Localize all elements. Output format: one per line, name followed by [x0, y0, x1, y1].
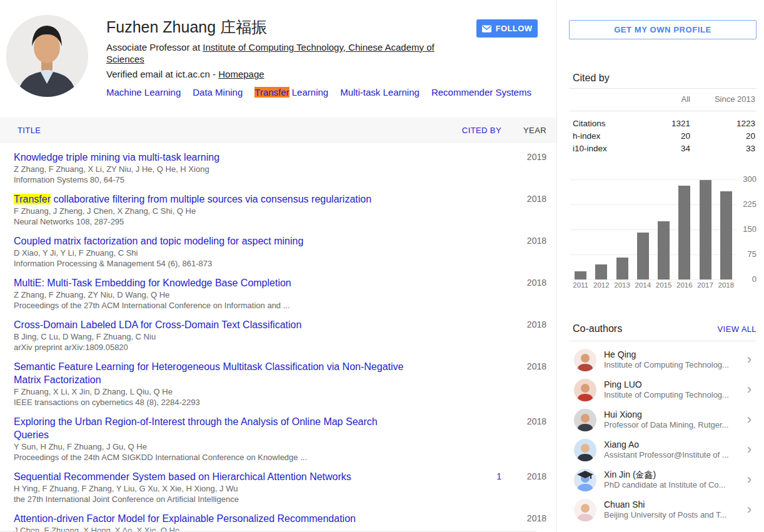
publication-title-link[interactable]: Semantic Feature Learning for Heterogene…: [14, 360, 414, 386]
publication-title-link[interactable]: Coupled matrix factorization and topic m…: [14, 234, 414, 248]
chevron-right-icon[interactable]: ›: [747, 350, 751, 369]
coauthor-affiliation: Assistant Professor@Institute of ...: [604, 450, 735, 460]
interest-label: Machine Learning: [106, 87, 181, 98]
publication-main: Transfer collaborative filtering from mu…: [14, 193, 445, 227]
coauthor-info: Xin Jin (金鑫) PhD candidate at Institute …: [604, 469, 735, 490]
chart-bar[interactable]: [700, 180, 711, 279]
publication-row: MultiE: Multi-Task Embedding for Knowled…: [0, 269, 556, 311]
profile-affiliation: Associate Professor at Institute of Comp…: [106, 41, 447, 65]
cited-by-heading: Cited by: [573, 73, 610, 84]
publication-title-link[interactable]: Knowledge triple mining via multi-task l…: [14, 151, 414, 164]
publication-cited-count[interactable]: 1: [445, 470, 501, 481]
coauthor-row[interactable]: He Qing Institute of Computing Technolog…: [569, 345, 756, 375]
publication-authors: B Jing, C Lu, D Wang, F Zhuang, C Niu: [14, 331, 440, 342]
stat-row: i10-index 34 33: [573, 143, 755, 155]
chart-year-label: 2014: [633, 281, 653, 289]
coauthor-row[interactable]: Xin Jin (金鑫) PhD candidate at Institute …: [569, 465, 756, 495]
coauthor-name-link[interactable]: Chuan Shi: [604, 499, 735, 510]
coauthor-name-link[interactable]: Xin Jin (金鑫): [604, 469, 735, 480]
chart-bar[interactable]: [720, 191, 732, 279]
chart-bar[interactable]: [616, 258, 628, 279]
coauthors-heading: Co-authors: [573, 323, 622, 334]
affiliation-prefix: Associate Professor at: [106, 42, 203, 53]
column-header-title[interactable]: TITLE: [0, 126, 445, 135]
avatar-image: [574, 469, 596, 491]
publication-title-link[interactable]: Cross-Domain Labeled LDA for Cross-Domai…: [14, 318, 414, 331]
publication-main: Cross-Domain Labeled LDA for Cross-Domai…: [14, 318, 445, 353]
publication-title-link[interactable]: MultiE: Multi-Task Embedding for Knowled…: [14, 276, 414, 289]
coauthor-name-link[interactable]: Hui Xiong: [604, 409, 735, 420]
chart-year-label: 2018: [716, 281, 736, 289]
profile-name: Fuzhen Zhuang 庄福振: [106, 18, 475, 36]
publication-cited-count[interactable]: [445, 318, 501, 319]
chevron-right-icon[interactable]: ›: [747, 470, 751, 489]
divider-line: [569, 88, 756, 89]
chart-y-tick-label: 225: [738, 199, 756, 209]
publication-cited-count[interactable]: [445, 234, 501, 236]
coauthor-row[interactable]: Ping LUO Institute of Computing Technolo…: [569, 375, 756, 405]
column-header-year[interactable]: YEAR: [501, 126, 546, 135]
publication-cited-count[interactable]: [445, 360, 501, 361]
interest-link[interactable]: Multi-task Learning: [340, 87, 420, 98]
interest-link[interactable]: Transfer Learning: [254, 87, 328, 98]
publication-main: MultiE: Multi-Task Embedding for Knowled…: [14, 276, 445, 311]
column-header-cited-by[interactable]: CITED BY: [445, 126, 501, 135]
publications-list: Knowledge triple mining via multi-task l…: [0, 143, 556, 532]
publication-cited-count[interactable]: [445, 151, 501, 152]
stat-value-all[interactable]: 1321: [634, 118, 690, 130]
stat-value-since[interactable]: 1223: [690, 118, 755, 130]
avatar-image: [574, 349, 596, 371]
avatar-image: [574, 409, 596, 431]
coauthor-name-link[interactable]: Xiang Ao: [604, 439, 735, 450]
chevron-right-icon[interactable]: ›: [747, 380, 751, 399]
coauthor-name-link[interactable]: He Qing: [604, 349, 735, 360]
chart-bar[interactable]: [637, 233, 649, 279]
chart-bar[interactable]: [678, 186, 690, 279]
chevron-right-icon[interactable]: ›: [747, 410, 751, 429]
stat-value-all[interactable]: 20: [634, 130, 690, 143]
publication-title-link[interactable]: Attention-driven Factor Model for Explai…: [14, 512, 414, 525]
chart-bar[interactable]: [658, 221, 670, 279]
publication-venue: Proceedings of the 27th ACM Internationa…: [14, 300, 440, 311]
coauthor-row[interactable]: Chuan Shi Beijing University of Posts an…: [569, 495, 756, 525]
stat-value-since[interactable]: 20: [690, 130, 755, 143]
publication-venue: Information Processing & Management 54 (…: [14, 258, 440, 269]
publication-authors: F Zhuang, J Zheng, J Chen, X Zhang, C Sh…: [14, 206, 440, 216]
publication-cited-count[interactable]: [445, 193, 501, 194]
view-all-link[interactable]: VIEW ALL: [718, 324, 756, 334]
chevron-right-icon[interactable]: ›: [747, 440, 751, 459]
stat-value-all[interactable]: 34: [634, 143, 690, 155]
publication-title-link[interactable]: Transfer collaborative filtering from mu…: [14, 193, 414, 206]
publication-authors: F Zhuang, X Li, X Jin, D Zhang, L Qiu, Q…: [14, 386, 440, 397]
title-text: MultiE: Multi-Task Embedding for Knowled…: [14, 278, 291, 288]
publication-cited-count[interactable]: [445, 512, 501, 513]
publication-cited-count[interactable]: [445, 415, 501, 416]
publication-main: Sequential Recommender System based on H…: [14, 470, 445, 504]
coauthor-row[interactable]: Xiang Ao Assistant Professor@Institute o…: [569, 435, 756, 465]
interest-link[interactable]: Machine Learning: [106, 87, 181, 98]
chart-year-label: 2011: [570, 281, 591, 289]
chart-gridline: [570, 279, 736, 280]
coauthor-avatar: [574, 439, 596, 461]
chart-bar[interactable]: [575, 271, 586, 279]
profile-header: Fuzhen Zhuang 庄福振 Associate Professor at…: [0, 0, 556, 118]
publication-year: 2018: [501, 415, 546, 426]
get-my-own-profile-button[interactable]: GET MY OWN PROFILE: [569, 20, 756, 39]
coauthor-info: Chuan Shi Beijing University of Posts an…: [604, 499, 735, 520]
homepage-link[interactable]: Homepage: [218, 69, 264, 79]
interest-link[interactable]: Data Mining: [193, 87, 243, 98]
stat-value-since[interactable]: 33: [690, 143, 755, 155]
coauthor-affiliation: Beijing University of Posts and T...: [604, 510, 735, 520]
publication-title-link[interactable]: Sequential Recommender System based on H…: [14, 470, 414, 483]
chart-bar[interactable]: [595, 264, 607, 279]
coauthor-row[interactable]: Hui Xiong Professor of Data Mining, Rutg…: [569, 405, 756, 435]
column-divider: [556, 0, 557, 532]
follow-button[interactable]: FOLLOW: [476, 19, 538, 38]
coauthor-avatar: [574, 379, 596, 401]
publication-title-link[interactable]: Exploring the Urban Region-of-Interest t…: [14, 415, 414, 441]
interest-link[interactable]: Recommender Systems: [431, 87, 531, 98]
interest-label: Data Mining: [193, 87, 243, 98]
chevron-right-icon[interactable]: ›: [747, 500, 751, 519]
coauthor-name-link[interactable]: Ping LUO: [604, 379, 735, 390]
publication-cited-count[interactable]: [445, 276, 501, 278]
